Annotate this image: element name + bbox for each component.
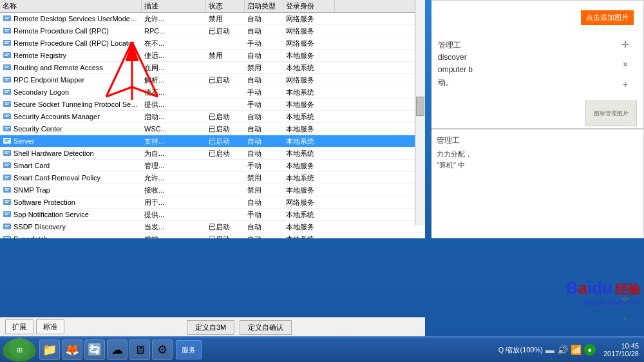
service-status: 已启动 [206, 74, 245, 86]
service-startup: 手动 [245, 86, 283, 98]
table-row[interactable]: Smart Card管理...手动本地服务 [0, 160, 425, 172]
table-row[interactable]: Shell Hardware Detection为自...已启动自动本地系统 [0, 148, 425, 160]
svg-rect-47 [5, 202, 8, 204]
table-row[interactable]: Remote Procedure Call (RPC)RPC...已启动自动网络… [0, 25, 425, 37]
service-name: Spp Notification Service [14, 211, 89, 218]
service-icon [3, 222, 12, 231]
header-startup[interactable]: 启动类型 [245, 0, 283, 12]
service-logon: 本地服务 [283, 99, 335, 110]
baidu-watermark: Baidu 经验 jingyan.baidu.com [496, 275, 644, 327]
start-button[interactable]: ⊞ [3, 338, 36, 361]
svg-rect-7 [5, 41, 10, 43]
svg-rect-11 [5, 55, 8, 57]
header-status[interactable]: 状态 [206, 0, 245, 12]
tray-icon-circle[interactable]: ● [584, 344, 596, 356]
service-name: Remote Desktop Services UserMode Port Re… [14, 15, 139, 23]
svg-rect-20 [5, 92, 8, 93]
service-icon [3, 124, 12, 133]
taskbar-app-monitor[interactable]: 🖥 [129, 339, 150, 360]
service-name: SSDP Discovery [14, 223, 66, 231]
tab-extended[interactable]: 扩展 [5, 319, 33, 334]
service-status [206, 99, 245, 110]
table-row[interactable]: Remote Registry使远...禁用自动本地服务 [0, 50, 425, 62]
taskbar-tray: Q 缩放(100%) ▬ 🔊 📶 ● 10:45 2017/10/28 [498, 342, 644, 357]
service-name: RPC Endpoint Mapper [14, 76, 84, 84]
service-desc: 为自... [142, 148, 206, 159]
service-desc: 使不... [142, 86, 206, 98]
taskbar-active-app[interactable]: 服务 [176, 340, 202, 359]
tray-icon-sound[interactable]: 🔊 [557, 345, 568, 355]
table-row[interactable]: Server支持...已启动自动本地系统 [0, 135, 425, 148]
service-status [206, 184, 245, 196]
svg-rect-22 [5, 102, 10, 104]
svg-rect-52 [5, 225, 10, 226]
service-startup: 禁用 [245, 62, 283, 73]
svg-rect-50 [5, 214, 8, 216]
right-panel-controls: ✛ × + [620, 39, 630, 90]
header-desc[interactable]: 描述 [142, 0, 206, 12]
svg-rect-25 [5, 115, 10, 116]
add-icon[interactable]: + [620, 79, 630, 90]
baidu-suffix: 经验 [615, 281, 641, 298]
service-startup: 自动 [245, 148, 283, 159]
service-logon: 网络服务 [283, 74, 335, 86]
tray-icon-battery[interactable]: ▬ [545, 345, 554, 355]
table-row[interactable]: Smart Card Removal Policy允许...禁用本地系统 [0, 172, 425, 184]
close-icon[interactable]: × [620, 59, 630, 70]
service-icon [3, 100, 12, 109]
service-desc: 解析... [142, 74, 206, 86]
service-logon: 本地系统 [283, 86, 335, 98]
header-logon[interactable]: 登录身份 [283, 0, 335, 12]
scrollbar[interactable] [415, 0, 425, 225]
service-status: 禁用 [206, 50, 245, 61]
confirm-button[interactable]: 定义自3M [187, 320, 234, 335]
tray-icon-network[interactable]: 📶 [571, 345, 582, 355]
service-startup: 自动 [245, 111, 283, 122]
table-row[interactable]: Security Accounts Manager启动...已启动自动本地系统 [0, 111, 425, 123]
table-row[interactable]: Security CenterWSC...已启动自动本地服务 [0, 123, 425, 135]
svg-rect-37 [5, 164, 10, 165]
svg-rect-10 [5, 53, 10, 55]
table-row[interactable]: Spp Notification Service提供...手动本地系统 [0, 209, 425, 221]
service-logon: 本地服务 [283, 123, 335, 135]
service-logon: 网络服务 [283, 196, 335, 208]
tab-standard[interactable]: 标准 [36, 319, 64, 334]
service-status: 已启动 [206, 233, 245, 238]
service-desc: 提供... [142, 99, 206, 110]
table-row[interactable]: SSDP Discovery当发...已启动自动本地服务 [0, 221, 425, 233]
taskbar-clock[interactable]: 10:45 2017/10/28 [603, 342, 639, 357]
service-desc: 在不... [142, 37, 206, 49]
table-row[interactable]: Routing and Remote Access在网...禁用本地系统 [0, 62, 425, 74]
table-row[interactable]: SNMP Trap接收...禁用本地服务 [0, 184, 425, 196]
service-icon [3, 186, 12, 195]
taskbar-app-folder[interactable]: 📁 [39, 339, 60, 360]
scrollbar-thumb[interactable] [416, 97, 424, 116]
taskbar-apps: 📁 🦊 🔄 ☁ 🖥 ⚙ [39, 339, 173, 360]
svg-rect-32 [5, 141, 8, 142]
service-desc: 提供... [142, 209, 206, 220]
move-icon[interactable]: ✛ [620, 39, 630, 50]
taskbar-app-settings[interactable]: ⚙ [152, 339, 173, 360]
service-logon: 本地服务 [283, 184, 335, 196]
service-startup: 自动 [245, 135, 283, 147]
service-status: 已启动 [206, 221, 245, 233]
service-icon [3, 173, 12, 182]
services-panel: 名称 描述 状态 启动类型 登录身份 Remote Desktop Servic… [0, 0, 425, 238]
service-icon [3, 63, 12, 72]
table-row[interactable]: Remote Desktop Services UserMode Port Re… [0, 13, 425, 25]
taskbar-app-firefox[interactable]: 🦊 [62, 339, 82, 360]
taskbar-app-refresh[interactable]: 🔄 [84, 339, 105, 360]
table-row[interactable]: Remote Procedure Call (RPC) Locator在不...… [0, 37, 425, 50]
table-row[interactable]: Superfetch维护...已启动自动本地系统 [0, 233, 425, 238]
table-row[interactable]: Software Protection用于...自动网络服务 [0, 196, 425, 209]
table-row[interactable]: Secure Socket Tunneling Protocol Service… [0, 99, 425, 111]
table-row[interactable]: RPC Endpoint Mapper解析...已启动自动网络服务 [0, 74, 425, 86]
service-status [206, 196, 245, 208]
service-desc: RPC... [142, 25, 206, 37]
service-logon: 网络服务 [283, 13, 335, 24]
taskbar-app-cloud[interactable]: ☁ [107, 339, 128, 360]
add-image-button[interactable]: 点击添加图片 [581, 10, 634, 25]
header-name[interactable]: 名称 [0, 0, 142, 12]
cancel-button[interactable]: 定义自确认 [240, 320, 292, 335]
table-row[interactable]: Secondary Logon使不...手动本地系统 [0, 86, 425, 99]
